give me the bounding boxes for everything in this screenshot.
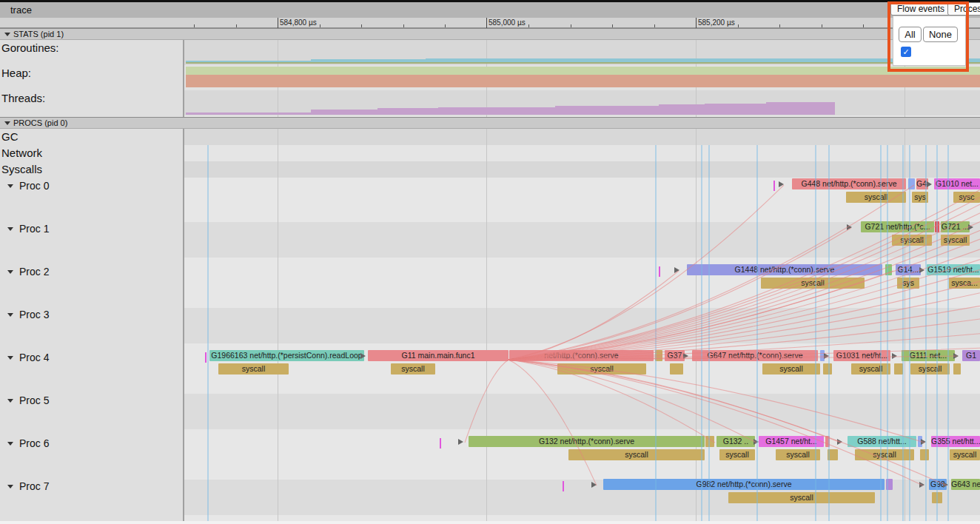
threads-step-segment xyxy=(311,110,377,115)
trace-syscall-bar[interactable]: syscall xyxy=(761,278,865,289)
collapse-triangle-icon[interactable] xyxy=(7,442,13,446)
trace-syscall-bar[interactable] xyxy=(823,363,832,374)
trace-event-bar[interactable]: G647 net/http.(*conn).serve xyxy=(692,350,818,361)
trace-event-bar[interactable]: G1 xyxy=(962,350,980,361)
collapse-triangle-icon[interactable] xyxy=(7,227,13,231)
trace-syscall-bar[interactable]: syscall xyxy=(391,363,435,374)
trace-syscall-bar[interactable]: sysca... xyxy=(949,278,980,289)
trace-syscall-bar[interactable]: syscall xyxy=(950,449,980,460)
stats-row-label-threads: Threads: xyxy=(1,92,45,104)
trace-syscall-bar[interactable]: syscall xyxy=(855,449,914,460)
trace-syscall-bar[interactable]: syscall xyxy=(762,363,820,374)
flow-arrow-icon xyxy=(591,482,597,488)
ruler-minor-tick xyxy=(863,24,864,27)
trace-syscall-bar[interactable] xyxy=(920,449,929,460)
collapse-triangle-icon[interactable] xyxy=(7,184,13,188)
flow-arrow-icon xyxy=(754,439,759,445)
heap-band xyxy=(186,75,980,87)
trace-event-bar[interactable]: G448 net/http.(*conn).serve xyxy=(792,178,906,189)
trace-event-bar[interactable]: G1448 net/http.(*conn).serve xyxy=(687,264,882,275)
trace-event-bar[interactable]: G1457 net/ht... xyxy=(759,436,824,447)
proc-row-label-2[interactable]: Proc 2 xyxy=(19,266,49,278)
trace-syscall-bar[interactable]: syscall xyxy=(218,363,289,374)
proc-row-label-1[interactable]: Proc 1 xyxy=(19,223,49,235)
trace-syscall-bar[interactable] xyxy=(953,363,961,374)
trace-syscall-bar[interactable]: syscall xyxy=(846,192,906,203)
proc-row-label-6[interactable]: Proc 6 xyxy=(19,437,49,449)
trace-event-bar[interactable]: G111 net... xyxy=(902,350,955,361)
ruler-minor-tick xyxy=(403,24,404,27)
trace-syscall-bar[interactable]: syscall xyxy=(728,492,875,503)
stats-section-header[interactable]: STATS (pid 1) xyxy=(0,28,980,40)
trace-syscall-bar[interactable]: syscall xyxy=(892,235,932,246)
procs-section-header[interactable]: PROCS (pid 0) xyxy=(0,117,980,129)
heap-band xyxy=(186,67,980,75)
trace-event-bar[interactable]: G643 ne... xyxy=(951,479,980,490)
trace-syscall-bar[interactable] xyxy=(894,363,903,374)
collapse-triangle-icon[interactable] xyxy=(7,356,13,360)
ruler-minor-tick xyxy=(528,24,529,27)
trace-event-bar[interactable]: G1031 net/ht... xyxy=(833,350,890,361)
flow-arrow-icon xyxy=(779,181,784,187)
proc-track-bg-dark xyxy=(184,394,980,429)
collapse-triangle-icon[interactable] xyxy=(7,485,13,488)
trace-syscall-bar[interactable]: syscall xyxy=(941,235,970,246)
trace-event-bar[interactable] xyxy=(655,350,662,361)
ruler-tick-label: 585,000 µs xyxy=(489,19,526,27)
trace-event-bar[interactable]: net/http.(*conn).serve xyxy=(509,350,654,361)
trace-event-bar[interactable]: G37 xyxy=(665,350,685,361)
trace-event-bar[interactable] xyxy=(886,479,893,490)
trace-event-bar[interactable]: G1519 net/ht... xyxy=(927,264,980,275)
flow-arrow-icon xyxy=(927,181,932,187)
trace-syscall-bar[interactable]: syscall xyxy=(568,449,705,460)
trace-syscall-bar[interactable]: syscall xyxy=(910,363,950,374)
trace-event-bar[interactable]: G14... xyxy=(896,264,921,275)
trace-syscall-bar[interactable]: syscall xyxy=(719,449,755,460)
collapse-triangle-icon[interactable] xyxy=(4,121,10,125)
threads-step-segment xyxy=(555,106,659,115)
trace-syscall-bar[interactable]: syscall xyxy=(851,363,890,374)
collapse-triangle-icon[interactable] xyxy=(7,399,13,403)
threads-step-segment xyxy=(438,107,555,115)
trace-syscall-bar[interactable]: sysc xyxy=(953,192,980,203)
collapse-triangle-icon[interactable] xyxy=(4,33,10,36)
proc-row-label-3[interactable]: Proc 3 xyxy=(19,309,49,320)
trace-syscall-bar[interactable]: syscall xyxy=(557,363,646,374)
flow-arrow-icon xyxy=(943,482,948,488)
trace-event-bar[interactable]: G1966163 net/http.(*persistConn).readLoo… xyxy=(209,350,364,361)
timeline-ruler[interactable]: 584,800 µs585,000 µs585,200 µs xyxy=(0,18,980,28)
trace-syscall-bar[interactable] xyxy=(932,492,942,503)
ruler-minor-tick xyxy=(445,24,446,27)
trace-event-bar[interactable] xyxy=(705,436,714,447)
trace-event-bar[interactable]: G721 net/http.(*c... xyxy=(861,221,934,232)
highlight-annotation xyxy=(887,1,969,72)
trace-syscall-bar[interactable] xyxy=(828,449,838,460)
proc-row-label-0[interactable]: Proc 0 xyxy=(19,180,49,192)
proc-row-label-4[interactable]: Proc 4 xyxy=(19,352,49,363)
proc-row-label-5[interactable]: Proc 5 xyxy=(19,394,49,406)
trace-event-bar[interactable]: G355 net/htt... xyxy=(931,436,980,447)
trace-event-bar[interactable]: G1010 net... xyxy=(934,178,980,189)
trace-event-bar[interactable]: G11 main.main.func1 xyxy=(368,350,509,361)
trace-event-bar[interactable]: G982 net/http.(*conn).serve xyxy=(603,479,885,490)
trace-event-bar[interactable] xyxy=(935,221,939,232)
proc-row-label-7[interactable]: Proc 7 xyxy=(19,480,49,492)
trace-event-bar[interactable]: G132 .. xyxy=(716,436,755,447)
gc-track-bg xyxy=(184,129,980,145)
trace-syscall-bar[interactable]: sys xyxy=(897,278,919,289)
collapse-triangle-icon[interactable] xyxy=(7,270,13,274)
trace-event-bar[interactable] xyxy=(908,178,915,189)
trace-event-bar[interactable]: G588 net/htt... xyxy=(848,436,916,447)
trace-syscall-bar[interactable] xyxy=(670,363,683,374)
ruler-minor-tick xyxy=(571,24,571,27)
flow-arrow-icon xyxy=(824,353,829,359)
trace-syscall-bar[interactable]: syscall xyxy=(776,449,820,460)
trace-event-bar[interactable] xyxy=(825,436,830,447)
trace-event-bar[interactable]: G132 net/http.(*conn).serve xyxy=(469,436,705,447)
track-row-label-gc: GC xyxy=(1,130,19,143)
trace-event-bar[interactable] xyxy=(885,264,892,275)
flow-arrow-icon xyxy=(847,224,852,230)
trace-event-bar[interactable]: G721 ... xyxy=(941,221,970,232)
trace-syscall-bar[interactable]: sys xyxy=(912,192,928,203)
collapse-triangle-icon[interactable] xyxy=(7,313,13,317)
